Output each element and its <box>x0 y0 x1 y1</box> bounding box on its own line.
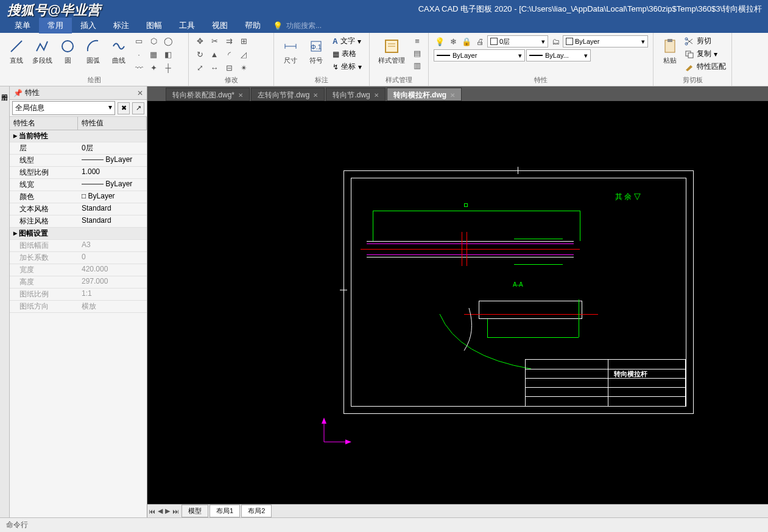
layer-combo[interactable]: 0层▾ <box>487 35 548 47</box>
title-bar: CAXA CAD 电子图板 2020 - [C:\Users\liao_\App… <box>0 0 768 18</box>
menu-annotate[interactable]: 标注 <box>105 18 138 33</box>
layer-tool4-icon[interactable]: 🖨 <box>474 36 486 47</box>
prop-row[interactable]: 宽度420.000 <box>10 264 147 276</box>
lineweight-combo[interactable]: ByLay...▾ <box>526 49 591 61</box>
text-button[interactable]: A文字▾ <box>330 35 364 47</box>
close-tab-icon[interactable]: ✕ <box>313 92 318 99</box>
model-tab[interactable]: 模型 <box>181 505 208 517</box>
prev-tab-button[interactable]: ◀ <box>157 507 164 515</box>
menu-insert[interactable]: 插入 <box>72 18 105 33</box>
ribbon-group-style: 样式管理 ≡ ▤ ▥ 样式管理 <box>370 33 429 86</box>
table-button[interactable]: ▦表格 <box>330 48 364 60</box>
menu-view[interactable]: 视图 <box>203 18 236 33</box>
match-button[interactable]: 特性匹配 <box>684 61 727 72</box>
style1-icon[interactable]: ≡ <box>411 35 423 46</box>
cut-button[interactable]: 剪切 <box>684 35 727 47</box>
left-tab-library[interactable]: 图册 <box>0 86 10 517</box>
offset-icon[interactable]: ⇉ <box>223 35 235 46</box>
style3-icon[interactable]: ▥ <box>411 60 423 71</box>
symbol-button[interactable]: Φ.1符号 <box>305 35 328 65</box>
prop-section[interactable]: ▸ 图幅设置 <box>10 228 147 240</box>
rotate-icon[interactable]: ↻ <box>194 49 206 60</box>
drawing-canvas[interactable]: A-A 其 余 ▽ 转向横拉杆 <box>147 101 768 504</box>
polyline-button[interactable]: 多段线 <box>30 35 54 65</box>
trim-icon[interactable]: ✂ <box>208 35 220 46</box>
line-button[interactable]: 直线 <box>5 35 28 65</box>
prop-row[interactable]: 颜色□ ByLayer <box>10 191 147 203</box>
prop-row[interactable]: 文本风格Standard <box>10 203 147 215</box>
first-tab-button[interactable]: ⏮ <box>147 508 157 515</box>
prop-section[interactable]: ▸ 当前特性 <box>10 130 147 142</box>
coord-button[interactable]: ↯坐标▾ <box>330 61 364 72</box>
prop-row[interactable]: 图纸幅面A3 <box>10 240 147 252</box>
ellipse-icon[interactable]: ◯ <box>162 35 174 46</box>
close-tab-icon[interactable]: ✕ <box>374 92 379 99</box>
doc-tab-1[interactable]: 左转向节臂.dwg✕ <box>251 88 325 101</box>
explode-icon[interactable]: ✴ <box>238 62 250 73</box>
scale-icon[interactable]: ⤢ <box>194 62 206 73</box>
spline-button[interactable]: 曲线 <box>107 35 130 65</box>
pin-icon[interactable]: 📌 <box>13 89 23 97</box>
menu-help[interactable]: 帮助 <box>236 18 269 33</box>
wave-icon[interactable]: 〰 <box>133 62 145 73</box>
prop-row[interactable]: 图纸方向横放 <box>10 301 147 313</box>
style2-icon[interactable]: ▤ <box>411 47 423 58</box>
prop-row[interactable]: 层0层 <box>10 142 147 155</box>
prop-row[interactable]: 标注风格Standard <box>10 215 147 228</box>
dim-button[interactable]: 尺寸 <box>279 35 302 65</box>
array-icon[interactable]: ⊞ <box>238 35 250 46</box>
fillet-icon[interactable]: ◜ <box>223 49 235 60</box>
part-outline <box>367 241 574 242</box>
next-tab-button[interactable]: ▶ <box>164 507 171 515</box>
svg-marker-17 <box>322 418 326 424</box>
move-icon[interactable]: ✥ <box>194 35 206 46</box>
prop-filter-button[interactable]: ✖ <box>118 102 130 114</box>
layer-tool3-icon[interactable]: 🔒 <box>460 36 473 47</box>
close-tab-icon[interactable]: ✕ <box>450 92 455 99</box>
info-scope-combo[interactable]: 全局信息▾ <box>12 101 115 115</box>
menu-frame[interactable]: 图幅 <box>138 18 171 33</box>
doc-tab-3[interactable]: 转向横拉杆.dwg✕ <box>387 88 462 101</box>
close-panel-button[interactable]: ✕ <box>137 89 143 97</box>
hatch-icon[interactable]: ▦ <box>147 49 160 60</box>
last-tab-button[interactable]: ⏭ <box>171 508 180 515</box>
prop-row[interactable]: 高度297.000 <box>10 276 147 289</box>
doc-tab-2[interactable]: 转向节.dwg✕ <box>326 88 385 101</box>
layer-mgr-icon[interactable]: 🗂 <box>549 36 562 47</box>
centerline-icon[interactable]: ┼ <box>162 62 174 73</box>
circle-button[interactable]: 圆 <box>56 35 79 65</box>
doc-tab-0[interactable]: 转向桥装配图.dwg*✕ <box>166 88 250 101</box>
point-icon[interactable]: · <box>133 49 145 60</box>
prop-row[interactable]: 线型——— ByLayer <box>10 155 147 167</box>
rect-icon[interactable]: ▭ <box>133 35 145 46</box>
layer-tool1-icon[interactable]: 💡 <box>434 36 446 47</box>
copy-button[interactable]: 复制▾ <box>684 48 727 60</box>
polygon-icon[interactable]: ⬡ <box>147 35 160 46</box>
break-icon[interactable]: ⊟ <box>223 62 235 73</box>
prop-pick-button[interactable]: ↗ <box>132 102 144 114</box>
style-manager-button[interactable]: 样式管理 <box>375 35 409 65</box>
prop-row[interactable]: 线型比例1.000 <box>10 167 147 179</box>
paste-button[interactable]: 粘贴 <box>658 35 682 65</box>
menu-file[interactable]: 菜单 <box>6 18 39 33</box>
prop-row[interactable]: 线宽——— ByLayer <box>10 179 147 191</box>
color-combo[interactable]: ByLayer▾ <box>563 35 648 47</box>
prop-row[interactable]: 加长系数0 <box>10 252 147 264</box>
svg-point-1 <box>62 41 73 52</box>
linetype-combo[interactable]: ByLayer▾ <box>434 49 525 61</box>
command-line-label[interactable]: 命令行 <box>6 520 28 530</box>
prop-row[interactable]: 图纸比例1:1 <box>10 289 147 301</box>
arc-button[interactable]: 圆弧 <box>82 35 105 65</box>
layout1-tab[interactable]: 布局1 <box>210 505 240 517</box>
mirror-icon[interactable]: ▲ <box>208 49 220 60</box>
block-icon[interactable]: ◧ <box>162 49 174 60</box>
menu-tools[interactable]: 工具 <box>171 18 203 33</box>
star-icon[interactable]: ✦ <box>147 62 160 73</box>
close-tab-icon[interactable]: ✕ <box>238 92 243 99</box>
search-input[interactable]: 功能搜索... <box>286 21 322 31</box>
stretch-icon[interactable]: ↔ <box>208 62 220 73</box>
menu-common[interactable]: 常用 <box>39 18 72 33</box>
layout2-tab[interactable]: 布局2 <box>241 505 272 517</box>
chamfer-icon[interactable]: ◿ <box>238 49 250 60</box>
layer-tool2-icon[interactable]: ❄ <box>447 36 459 47</box>
